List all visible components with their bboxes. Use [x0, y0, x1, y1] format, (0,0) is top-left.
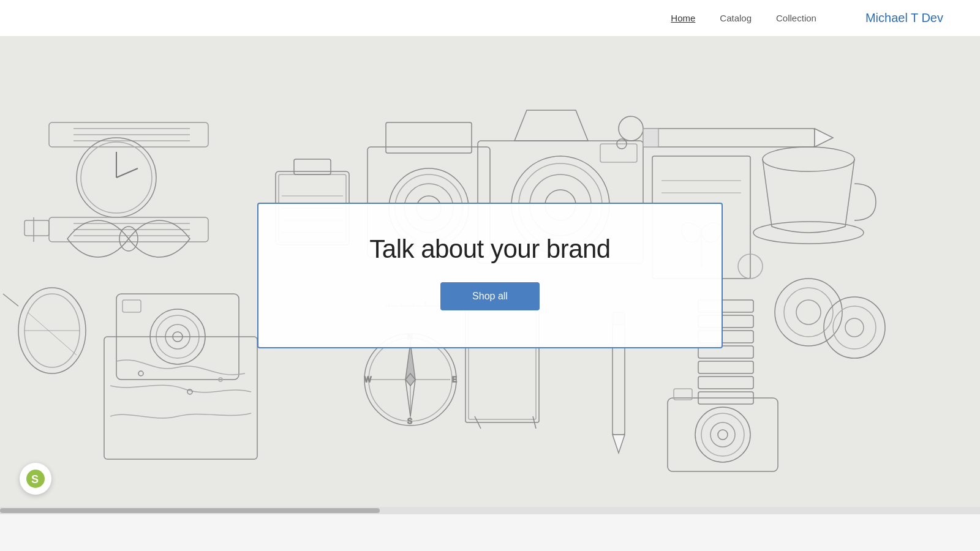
svg-point-105 — [187, 389, 192, 394]
hero-card: Talk about your brand Shop all — [257, 203, 723, 348]
svg-rect-92 — [698, 377, 753, 389]
svg-point-86 — [845, 318, 864, 337]
svg-rect-71 — [643, 129, 658, 147]
header: Home Catalog Collection Michael T Dev — [0, 0, 980, 37]
svg-marker-61 — [514, 110, 588, 141]
svg-point-85 — [833, 306, 876, 349]
hero-title: Talk about your brand — [369, 234, 610, 264]
svg-marker-72 — [815, 129, 833, 147]
svg-text:W: W — [364, 375, 372, 384]
svg-marker-34 — [405, 343, 415, 386]
svg-text:S: S — [31, 473, 39, 485]
svg-rect-67 — [600, 144, 637, 162]
svg-point-96 — [701, 413, 744, 456]
nav-collection[interactable]: Collection — [776, 13, 816, 23]
svg-text:S: S — [407, 417, 412, 425]
svg-rect-25 — [123, 300, 141, 312]
svg-point-68 — [619, 116, 643, 141]
shop-all-button[interactable]: Shop all — [440, 282, 540, 310]
svg-point-82 — [784, 288, 833, 337]
svg-line-19 — [3, 294, 18, 306]
svg-point-81 — [775, 279, 842, 346]
nav: Home Catalog Collection — [671, 13, 816, 23]
svg-line-17 — [28, 312, 77, 355]
svg-rect-70 — [643, 129, 815, 147]
nav-catalog[interactable]: Catalog — [720, 13, 752, 23]
shopify-badge[interactable]: S — [20, 463, 51, 495]
nav-home[interactable]: Home — [671, 13, 695, 23]
svg-text:E: E — [452, 375, 457, 384]
svg-rect-41 — [386, 122, 472, 153]
svg-point-97 — [710, 422, 735, 447]
svg-rect-60 — [294, 159, 331, 174]
svg-rect-94 — [668, 398, 778, 471]
scrollbar-track[interactable] — [0, 507, 980, 514]
svg-point-79 — [763, 147, 854, 171]
svg-marker-101 — [612, 435, 625, 453]
brand-name: Michael T Dev — [865, 11, 943, 25]
shopify-icon: S — [26, 470, 45, 488]
svg-point-104 — [138, 371, 143, 376]
hero-section: N S E W — [0, 37, 980, 514]
svg-rect-91 — [698, 361, 753, 373]
svg-point-95 — [695, 407, 750, 462]
svg-rect-103 — [104, 337, 257, 459]
scrollbar-thumb[interactable] — [0, 508, 380, 513]
svg-line-7 — [116, 168, 138, 178]
svg-point-98 — [718, 430, 728, 440]
svg-rect-12 — [24, 220, 49, 236]
svg-point-83 — [796, 300, 821, 324]
